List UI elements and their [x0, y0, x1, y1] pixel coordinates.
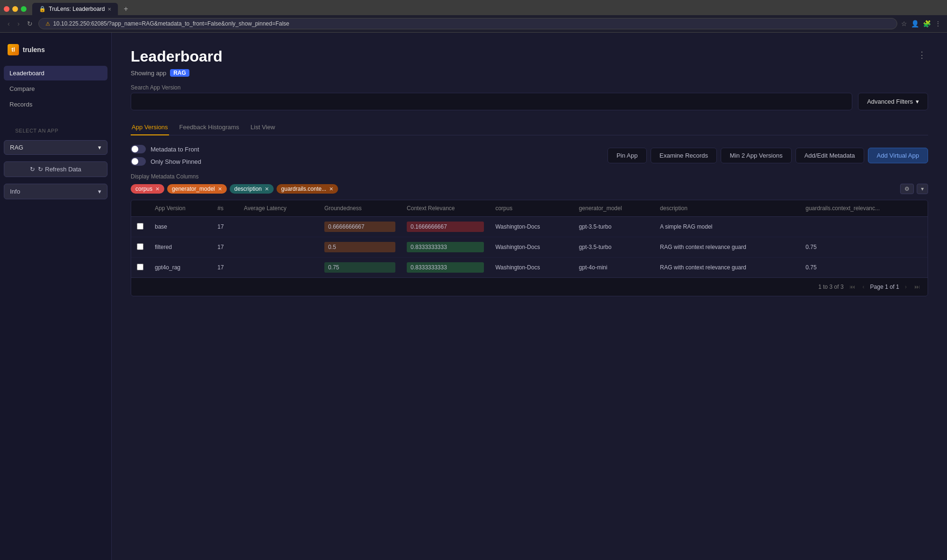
url-bar[interactable]: ⚠ 10.10.225.250:62085/?app_name=RAG&meta… — [38, 18, 897, 29]
chip-generator-model: generator_model ✕ — [167, 184, 227, 194]
row3-app-version: gpt4o_rag — [149, 258, 212, 278]
logo-text: trulens — [23, 46, 45, 53]
row1-description: A simple RAG model — [654, 217, 800, 237]
tab-app-versions[interactable]: App Versions — [131, 120, 169, 135]
row2-generator-model: gpt-3.5-turbo — [573, 237, 654, 258]
table-row: filtered 17 0.5 0.8333333333 — [131, 237, 928, 258]
col-num[interactable]: #s — [212, 200, 238, 217]
col-description[interactable]: description — [654, 200, 800, 217]
chip-corpus-remove[interactable]: ✕ — [155, 186, 160, 192]
chip-corpus: corpus ✕ — [131, 184, 164, 194]
prev-page-button[interactable]: ‹ — [861, 283, 867, 291]
last-page-button[interactable]: ⏭ — [912, 283, 922, 291]
col-app-version[interactable]: App Version — [149, 200, 212, 217]
page-title: Leaderboard — [131, 48, 223, 65]
search-container — [131, 93, 852, 110]
row3-guardrails: 0.75 — [800, 258, 928, 278]
search-label: Search App Version — [131, 84, 928, 91]
first-page-button[interactable]: ⏮ — [848, 283, 857, 291]
new-tab-button[interactable]: + — [120, 3, 132, 15]
sidebar-item-leaderboard[interactable]: Leaderboard — [4, 66, 107, 80]
app: tl trulens Leaderboard Compare Records S… — [0, 33, 947, 560]
controls-row: Metadata to Front Only Show Pinned Pin A… — [131, 145, 928, 166]
app-select[interactable]: RAG ▾ — [4, 140, 107, 155]
columns-expand-button[interactable]: ▾ — [917, 184, 928, 194]
refresh-data-button[interactable]: ↻ ↻ Refresh Data — [4, 161, 107, 177]
col-corpus[interactable]: corpus — [490, 200, 573, 217]
active-tab[interactable]: 🔒 TruLens: Leaderboard ✕ — [32, 3, 118, 15]
refresh-icon: ↻ — [30, 166, 35, 173]
bookmark-icon[interactable]: ☆ — [901, 20, 907, 27]
maximize-button[interactable] — [21, 6, 27, 12]
col-groundedness[interactable]: Groundedness — [319, 200, 401, 217]
forward-button[interactable]: › — [16, 19, 22, 28]
row1-checkbox[interactable] — [137, 223, 143, 230]
row3-context-relevance: 0.8333333333 — [401, 258, 490, 278]
col-avg-latency[interactable]: Average Latency — [238, 200, 319, 217]
tab-close-icon[interactable]: ✕ — [107, 7, 111, 12]
back-button[interactable]: ‹ — [6, 19, 12, 28]
reload-button[interactable]: ↻ — [25, 19, 35, 28]
col-guardrails[interactable]: guardrails.context_relevanc... — [800, 200, 928, 217]
chip-description-remove[interactable]: ✕ — [265, 186, 269, 192]
table-container: App Version #s Average Latency Groundedn… — [131, 200, 928, 296]
row1-app-version: base — [149, 217, 212, 237]
info-label: Info — [10, 188, 20, 195]
only-show-pinned-toggle[interactable] — [131, 157, 146, 166]
metadata-columns-label: Display Metadata Columns — [131, 173, 928, 180]
metadata-to-front-label: Metadata to Front — [151, 146, 199, 153]
row3-corpus: Washington-Docs — [490, 258, 573, 278]
sidebar-item-records[interactable]: Records — [4, 97, 107, 112]
chip-guardrails-remove[interactable]: ✕ — [329, 186, 333, 192]
more-options-button[interactable]: ⋮ — [916, 48, 928, 62]
close-button[interactable] — [4, 6, 9, 12]
col-context-relevance[interactable]: Context Relevance — [401, 200, 490, 217]
row3-groundedness: 0.75 — [319, 258, 401, 278]
col-generator-model[interactable]: generator_model — [573, 200, 654, 217]
row2-avg-latency — [238, 237, 319, 258]
lock-icon: ⚠ — [45, 21, 50, 27]
columns-settings-button[interactable]: ⚙ — [900, 184, 914, 194]
app-select-container: RAG ▾ — [0, 138, 111, 157]
chip-guardrails: guardrails.conte... ✕ — [277, 184, 338, 194]
toggle-knob — [132, 158, 138, 165]
info-dropdown[interactable]: Info ▾ — [4, 184, 107, 199]
min-app-versions-button[interactable]: Min 2 App Versions — [721, 148, 791, 163]
metadata-to-front-toggle[interactable] — [131, 145, 146, 153]
chips-settings: ⚙ ▾ — [900, 184, 928, 194]
row3-checkbox[interactable] — [137, 264, 143, 270]
showing-app-label: Showing app — [131, 70, 166, 77]
settings-icon[interactable]: ⋮ — [935, 20, 941, 27]
url-text: 10.10.225.250:62085/?app_name=RAG&metada… — [53, 20, 289, 27]
pin-app-button[interactable]: Pin App — [608, 148, 647, 163]
tab-list-view[interactable]: List View — [250, 120, 276, 135]
next-page-button[interactable]: › — [903, 283, 909, 291]
examine-records-button[interactable]: Examine Records — [651, 148, 717, 163]
extensions-icon[interactable]: 🧩 — [923, 20, 931, 27]
tab-bar: 🔒 TruLens: Leaderboard ✕ + — [0, 0, 947, 15]
table-row: gpt4o_rag 17 0.75 0.8333333333 — [131, 258, 928, 278]
sidebar-item-compare[interactable]: Compare — [4, 81, 107, 96]
add-edit-metadata-button[interactable]: Add/Edit Metadata — [795, 148, 864, 163]
row2-num: 17 — [212, 237, 238, 258]
row1-num: 17 — [212, 217, 238, 237]
row2-checkbox[interactable] — [137, 243, 143, 250]
row1-checkbox-cell — [131, 217, 149, 237]
minimize-button[interactable] — [12, 6, 18, 12]
search-row: Advanced Filters ▾ — [131, 93, 928, 110]
tab-favicon: 🔒 — [39, 6, 46, 12]
add-virtual-app-button[interactable]: Add Virtual App — [868, 148, 928, 163]
search-input[interactable] — [131, 93, 852, 110]
sidebar-nav: Leaderboard Compare Records — [0, 66, 111, 112]
advanced-filters-button[interactable]: Advanced Filters ▾ — [858, 93, 928, 110]
row2-context-relevance: 0.8333333333 — [401, 237, 490, 258]
page-info: Page 1 of 1 — [870, 284, 899, 290]
row3-checkbox-cell — [131, 258, 149, 278]
chips-row: corpus ✕ generator_model ✕ description ✕… — [131, 184, 928, 194]
profile-icon[interactable]: 👤 — [911, 20, 919, 27]
address-bar: ‹ › ↻ ⚠ 10.10.225.250:62085/?app_name=RA… — [0, 15, 947, 32]
table-header-row: App Version #s Average Latency Groundedn… — [131, 200, 928, 217]
chip-generator-remove[interactable]: ✕ — [218, 186, 222, 192]
tab-feedback-histograms[interactable]: Feedback Histograms — [179, 120, 240, 135]
tab-title: TruLens: Leaderboard — [49, 6, 105, 12]
